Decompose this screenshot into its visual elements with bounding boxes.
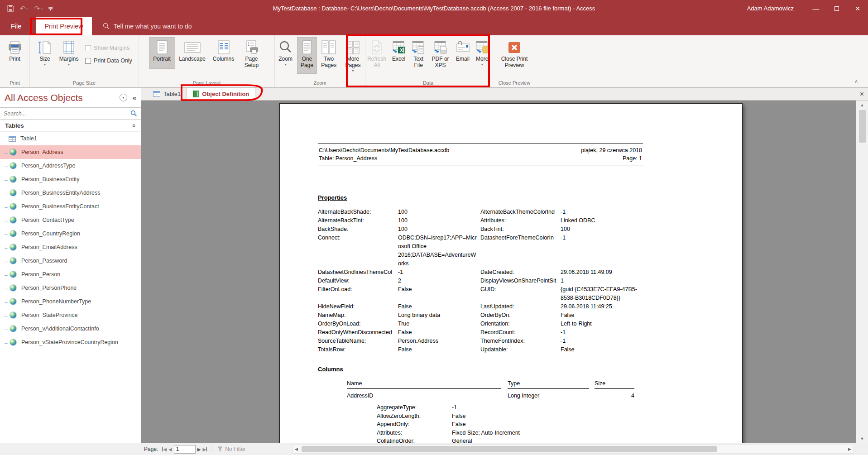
sidebar-item-person_addresstype[interactable]: →Person_AddressType [0, 159, 141, 172]
sidebar-item-person_personphone[interactable]: →Person_PersonPhone [0, 281, 141, 295]
no-filter-button[interactable]: No Filter [217, 446, 245, 452]
undo-dropdown-icon[interactable]: ▾ [27, 7, 29, 11]
sidebar-item-person_password[interactable]: →Person_Password [0, 254, 141, 268]
title-bar: ↶▾ ↷▾ ▬▾ MyTestDatabase : Database- C:\U… [0, 0, 868, 17]
sidebar-item-person_phonenumbertype[interactable]: →Person_PhoneNumberType [0, 295, 141, 308]
refresh-icon [370, 39, 384, 56]
size-dropdown-icon: ▾ [44, 62, 46, 67]
portrait-button[interactable]: Portrait [149, 37, 175, 69]
margins-button[interactable]: Margins ▾ [56, 37, 82, 67]
linked-table-globe-icon [10, 149, 16, 155]
close-button[interactable]: × [847, 0, 868, 17]
scroll-down-icon[interactable]: ▼ [856, 434, 868, 443]
more-export-icon [475, 39, 490, 56]
landscape-button[interactable]: Landscape [176, 37, 209, 69]
more-pages-button[interactable]: More Pages ▾ [341, 37, 365, 74]
sidebar-item-person_emailaddress[interactable]: →Person_EmailAddress [0, 240, 141, 254]
link-arrow-icon: → [4, 190, 10, 196]
account-name[interactable]: Adam Adamowicz [747, 5, 794, 12]
sidebar-item-person_businessentityaddress[interactable]: →Person_BusinessEntityAddress [0, 186, 141, 200]
property-value: False [561, 311, 643, 320]
sidebar-item-person_address[interactable]: →Person_Address [0, 145, 141, 159]
search-icon[interactable] [130, 110, 137, 117]
horizontal-scroll-thumb[interactable] [302, 446, 717, 452]
maximize-button[interactable] [826, 0, 847, 17]
two-pages-button[interactable]: Two Pages [318, 37, 340, 74]
report-header: C:\Users\Decho\Documents\MyTestDatabase.… [318, 144, 643, 166]
column-header-name: Name [347, 380, 501, 389]
customize-qat-button[interactable]: ▬▾ [48, 6, 53, 11]
landscape-icon [184, 39, 201, 56]
scroll-up-icon[interactable]: ▲ [856, 101, 868, 109]
redo-icon: ↷ [34, 5, 40, 13]
sidebar-item-person_contacttype[interactable]: →Person_ContactType [0, 213, 141, 227]
more-export-button[interactable]: More ▾ [473, 37, 491, 69]
sidebar-item-person_vstateprovincecountryregion[interactable]: →Person_vStateProvinceCountryRegion [0, 335, 141, 349]
property-label: Attributes: [480, 216, 561, 225]
tab-file[interactable]: File [0, 17, 32, 35]
previous-page-button[interactable]: ◀ [168, 447, 172, 452]
export-pdf-xps-button[interactable]: PDF or XPS [429, 37, 452, 69]
minimize-button[interactable]: — [806, 0, 826, 17]
one-page-button[interactable]: One Page [297, 37, 317, 74]
email-button[interactable]: Email [453, 37, 473, 69]
sidebar-item-person_stateprovince[interactable]: →Person_StateProvince [0, 308, 141, 322]
tab-print-preview[interactable]: Print Preview [36, 17, 91, 35]
export-excel-button[interactable]: X Excel [389, 37, 408, 69]
search-box[interactable]: Search... [0, 107, 141, 120]
page-setup-button[interactable]: Page Setup [239, 37, 265, 69]
undo-button[interactable]: ↶▾ [20, 5, 29, 13]
shutter-bar-collapse-icon[interactable]: « [133, 94, 136, 101]
next-page-button[interactable]: ▶ [197, 447, 201, 452]
horizontal-scrollbar[interactable]: ◀ ▶ [292, 445, 854, 454]
print-preview-canvas[interactable]: C:\Users\Decho\Documents\MyTestDatabase.… [141, 101, 856, 443]
sidebar-item-table1[interactable]: Table1 [0, 132, 141, 145]
checkbox-icon[interactable] [85, 58, 91, 64]
redo-button[interactable]: ↷▾ [34, 5, 43, 13]
link-arrow-icon: → [4, 177, 10, 182]
column-header-type: Type [508, 380, 589, 389]
tables-section-header[interactable]: Tables « [0, 120, 141, 132]
sidebar-item-person_vadditionalcontactinfo[interactable]: →Person_vAdditionalContactInfo [0, 322, 141, 335]
ribbon-group-page-layout: Portrait Landscape Columns Page Setup [139, 35, 275, 87]
nav-pane-menu-icon[interactable]: ▾ [120, 94, 127, 101]
print-button[interactable]: Print [3, 37, 27, 62]
last-page-button[interactable]: ▶ [202, 447, 207, 452]
vertical-scrollbar[interactable]: ▲ ▼ [856, 101, 868, 443]
window-title: MyTestDatabase : Database- C:\Users\Dech… [0, 5, 868, 12]
close-document-icon[interactable]: × [860, 88, 864, 100]
sidebar-item-person_person[interactable]: →Person_Person [0, 268, 141, 281]
sidebar-item-person_businessentity[interactable]: →Person_BusinessEntity [0, 172, 141, 186]
print-data-only-checkbox[interactable]: Print Data Only [85, 57, 132, 64]
close-print-preview-button[interactable]: Close Print Preview [494, 37, 534, 69]
table-icon [153, 91, 160, 97]
property-label: DisplayViewsOnSharePointSit [480, 277, 561, 285]
linked-table-globe-icon [10, 230, 16, 237]
vertical-scroll-thumb[interactable] [859, 110, 866, 143]
collapse-ribbon-icon[interactable]: ∧ [854, 78, 858, 84]
first-page-button[interactable]: ◀ [162, 447, 167, 452]
printer-icon [7, 39, 23, 56]
scroll-left-icon[interactable]: ◀ [293, 447, 300, 451]
property-value: -1 [561, 234, 643, 268]
property-value: -1 [398, 268, 480, 277]
scroll-right-icon[interactable]: ▶ [846, 447, 854, 451]
collapse-section-icon[interactable]: « [131, 124, 138, 127]
doc-tab-object-definition[interactable]: Object Definition [187, 88, 255, 100]
zoom-button[interactable]: Zoom ▾ [275, 37, 296, 74]
size-button[interactable]: Size ▾ [34, 37, 55, 67]
report-page[interactable]: C:\Users\Decho\Documents\MyTestDatabase.… [279, 103, 743, 443]
sidebar-item-person_businessentitycontact[interactable]: →Person_BusinessEntityContact [0, 200, 141, 213]
redo-dropdown-icon[interactable]: ▾ [41, 7, 43, 11]
sidebar-item-person_countryregion[interactable]: →Person_CountryRegion [0, 227, 141, 240]
property-label: Connect: [318, 234, 398, 268]
columns-button[interactable]: Columns [210, 37, 238, 69]
current-page-box[interactable]: 1 [174, 445, 196, 454]
tell-me-box[interactable]: Tell me what you want to do [103, 17, 192, 35]
property-value: ODBC;DSN=lsrep17;APP=Micr osoft Office 2… [398, 234, 480, 268]
doc-tab-table1[interactable]: Table1 [147, 88, 187, 100]
save-icon[interactable] [7, 5, 14, 12]
subproperty-label: CollatingOrder: [377, 437, 452, 443]
linked-table-globe-icon [10, 258, 16, 264]
export-text-file-button[interactable]: Text File [409, 37, 428, 69]
